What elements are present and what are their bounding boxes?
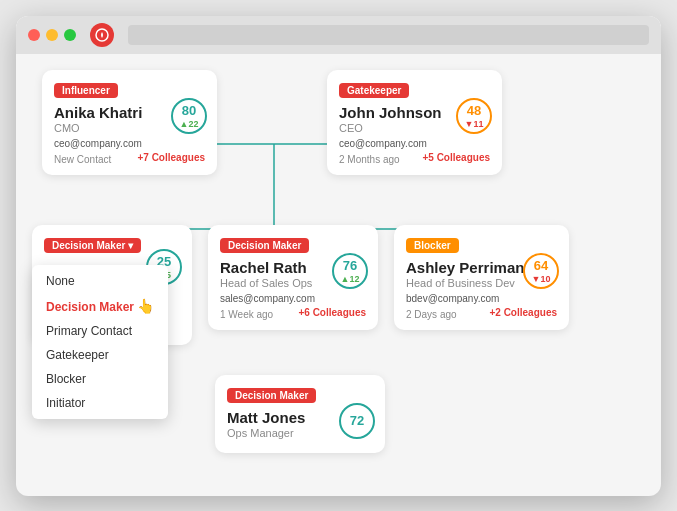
- contact-email-anika: ceo@company.com: [54, 138, 205, 149]
- dropdown-item-primary-contact[interactable]: Primary Contact: [32, 319, 168, 343]
- badge-gatekeeper: Gatekeeper: [339, 83, 409, 98]
- score-john: 48 ▼11: [456, 98, 492, 134]
- contact-email-ashley: bdev@company.com: [406, 293, 557, 304]
- badge-rachel: Decision Maker: [220, 238, 309, 253]
- badge-influencer: Influencer: [54, 83, 118, 98]
- contact-card-rachel[interactable]: Decision Maker 76 ▲12 Rachel Rath Head o…: [208, 225, 378, 330]
- score-anika: 80 ▲22: [171, 98, 207, 134]
- contact-card-ashley[interactable]: Blocker 64 ▼10 Ashley Perriman Head of B…: [394, 225, 569, 330]
- app-logo: [90, 23, 114, 47]
- main-content: Influencer 80 ▲22 Anika Khatri CMO ceo@c…: [16, 54, 661, 496]
- contact-colleagues-rachel[interactable]: +6 Colleagues: [298, 307, 366, 320]
- badge-dm1[interactable]: Decision Maker ▾: [44, 238, 141, 253]
- card-wrapper-matt: Decision Maker 72 Matt Jones Ops Manager: [215, 375, 385, 453]
- card-wrapper-ashley: Blocker 64 ▼10 Ashley Perriman Head of B…: [394, 225, 569, 345]
- score-ashley: 64 ▼10: [523, 253, 559, 289]
- contact-colleagues-ashley[interactable]: +2 Colleagues: [489, 307, 557, 320]
- app-window: Influencer 80 ▲22 Anika Khatri CMO ceo@c…: [16, 16, 661, 496]
- contact-email-rachel: sales@company.com: [220, 293, 366, 304]
- close-button[interactable]: [28, 29, 40, 41]
- contact-card-anika[interactable]: Influencer 80 ▲22 Anika Khatri CMO ceo@c…: [42, 70, 217, 175]
- badge-ashley: Blocker: [406, 238, 459, 253]
- contact-meta-ashley: 2 Days ago: [406, 309, 457, 320]
- contact-card-john[interactable]: Gatekeeper 48 ▼11 John Johnson CEO ceo@c…: [327, 70, 502, 175]
- card-wrapper-dropdown: Decision Maker ▾ 25 ▲5 +3 Colleagues Non…: [32, 225, 192, 345]
- card-wrapper-john: Gatekeeper 48 ▼11 John Johnson CEO ceo@c…: [327, 70, 502, 175]
- dropdown-item-decision-maker[interactable]: Decision Maker 👆: [32, 293, 168, 319]
- dropdown-item-gatekeeper[interactable]: Gatekeeper: [32, 343, 168, 367]
- score-rachel: 76 ▲12: [332, 253, 368, 289]
- card-wrapper-anika: Influencer 80 ▲22 Anika Khatri CMO ceo@c…: [42, 70, 217, 175]
- contact-email-john: ceo@company.com: [339, 138, 490, 149]
- contact-colleagues-john[interactable]: +5 Colleagues: [422, 152, 490, 165]
- dropdown-item-blocker[interactable]: Blocker: [32, 367, 168, 391]
- address-bar[interactable]: [128, 25, 649, 45]
- role-dropdown[interactable]: None Decision Maker 👆 Primary Contact Ga…: [32, 265, 168, 419]
- badge-matt: Decision Maker: [227, 388, 316, 403]
- card-wrapper-rachel: Decision Maker 76 ▲12 Rachel Rath Head o…: [208, 225, 378, 345]
- dropdown-item-none[interactable]: None: [32, 269, 168, 293]
- contact-meta-rachel: 1 Week ago: [220, 309, 273, 320]
- minimize-button[interactable]: [46, 29, 58, 41]
- dropdown-item-initiator[interactable]: Initiator: [32, 391, 168, 415]
- score-matt: 72: [339, 403, 375, 439]
- titlebar: [16, 16, 661, 54]
- contact-card-matt[interactable]: Decision Maker 72 Matt Jones Ops Manager: [215, 375, 385, 453]
- contact-meta-john: 2 Months ago: [339, 154, 400, 165]
- contact-meta-anika: New Contact: [54, 154, 111, 165]
- contact-colleagues-anika[interactable]: +7 Colleagues: [137, 152, 205, 165]
- maximize-button[interactable]: [64, 29, 76, 41]
